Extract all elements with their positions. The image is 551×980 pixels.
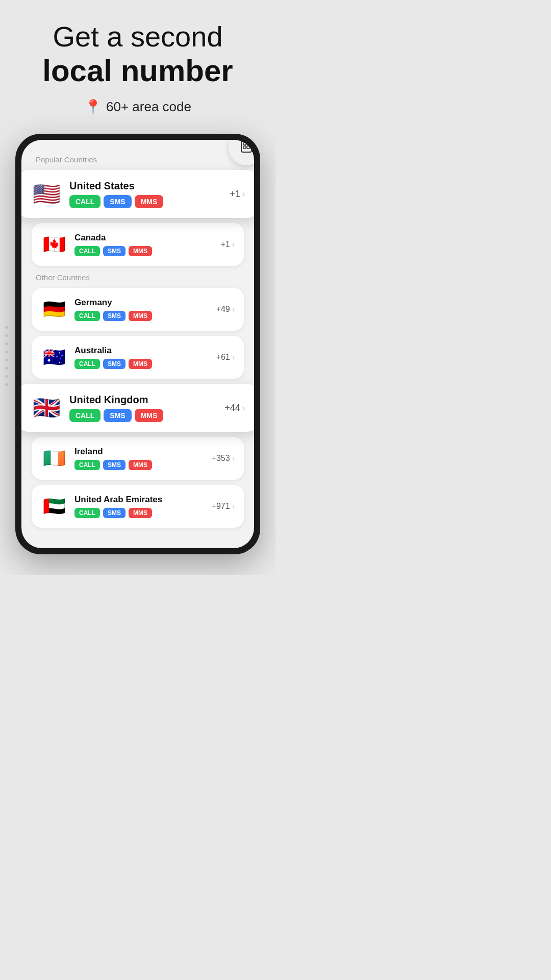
badges-ca: CALL SMS MMS — [74, 246, 213, 256]
phone-wrapper: Popular Countries 🇺🇸 United States CALL … — [15, 134, 260, 554]
flag-de: 🇩🇪 — [41, 296, 67, 323]
subtitle: 📍 60+ area code — [84, 99, 191, 115]
badge-sms-de: SMS — [103, 311, 126, 321]
badge-sms-gb: SMS — [104, 409, 131, 422]
badge-mms-ie: MMS — [129, 460, 152, 470]
country-code-au: +61 › — [216, 353, 235, 362]
badges-us: CALL SMS MMS — [69, 195, 222, 208]
chevron-de: › — [232, 305, 235, 314]
country-info-au: Australia CALL SMS MMS — [74, 346, 209, 369]
badge-mms-au: MMS — [129, 359, 152, 369]
badge-mms-us: MMS — [135, 195, 164, 208]
badge-sms-ie: SMS — [103, 460, 126, 470]
country-info-us: United States CALL SMS MMS — [69, 180, 222, 208]
country-name-au: Australia — [74, 346, 209, 356]
flag-ae: 🇦🇪 — [41, 493, 67, 520]
badge-call-ae: CALL — [74, 508, 100, 518]
country-card-ca[interactable]: 🇨🇦 Canada CALL SMS MMS +1 › — [32, 223, 244, 266]
headline: Get a second local number — [42, 20, 233, 88]
country-card-gb[interactable]: 🇬🇧 United Kingdom CALL SMS MMS +44 › — [21, 384, 254, 432]
sim-icon — [238, 140, 254, 158]
country-card-us[interactable]: 🇺🇸 United States CALL SMS MMS +1 › — [21, 170, 254, 218]
country-card-ie[interactable]: 🇮🇪 Ireland CALL SMS MMS +353 › — [32, 437, 244, 480]
badges-de: CALL SMS MMS — [74, 311, 209, 321]
badge-sms-ca: SMS — [103, 246, 126, 256]
flag-au: 🇦🇺 — [41, 344, 67, 371]
country-card-de[interactable]: 🇩🇪 Germany CALL SMS MMS +49 › — [32, 288, 244, 331]
country-code-de: +49 › — [216, 305, 235, 314]
svg-rect-1 — [243, 142, 246, 145]
badge-mms-ae: MMS — [129, 508, 152, 518]
country-name-ca: Canada — [74, 233, 213, 243]
country-name-us: United States — [69, 180, 222, 192]
phone-mockup: Popular Countries 🇺🇸 United States CALL … — [15, 134, 260, 554]
badge-call-au: CALL — [74, 359, 100, 369]
country-name-ae: United Arab Emirates — [74, 495, 205, 505]
chevron-ie: › — [232, 454, 235, 463]
country-card-ae[interactable]: 🇦🇪 United Arab Emirates CALL SMS MMS +97… — [32, 485, 244, 528]
flag-ie: 🇮🇪 — [41, 445, 67, 472]
chevron-gb: › — [242, 403, 245, 412]
badge-sms-au: SMS — [103, 359, 126, 369]
chevron-ae: › — [232, 502, 235, 511]
phone-screen: Popular Countries 🇺🇸 United States CALL … — [21, 140, 254, 548]
badge-call-de: CALL — [74, 311, 100, 321]
svg-rect-3 — [243, 146, 246, 149]
headline-line1: Get a second — [42, 20, 233, 53]
country-code-ae: +971 › — [212, 502, 235, 511]
flag-gb: 🇬🇧 — [31, 392, 62, 424]
badge-mms-ca: MMS — [129, 246, 152, 256]
subtitle-text: 60+ area code — [106, 99, 191, 115]
badge-sms-ae: SMS — [103, 508, 126, 518]
svg-rect-0 — [241, 140, 252, 152]
popular-section-label: Popular Countries — [32, 155, 244, 164]
badges-au: CALL SMS MMS — [74, 359, 209, 369]
country-info-ca: Canada CALL SMS MMS — [74, 233, 213, 256]
other-section-label: Other Countries — [32, 273, 244, 282]
country-code-ie: +353 › — [212, 454, 235, 463]
flag-ca: 🇨🇦 — [41, 231, 67, 258]
country-card-au[interactable]: 🇦🇺 Australia CALL SMS MMS +61 › — [32, 336, 244, 379]
badge-sms-us: SMS — [104, 195, 131, 208]
country-name-gb: United Kingdom — [69, 394, 217, 406]
badge-mms-de: MMS — [129, 311, 152, 321]
badges-ie: CALL SMS MMS — [74, 460, 205, 470]
country-code-ca: +1 › — [220, 240, 235, 249]
badge-call-ca: CALL — [74, 246, 100, 256]
pin-icon: 📍 — [84, 99, 102, 115]
chevron-ca: › — [232, 240, 235, 249]
chevron-au: › — [232, 353, 235, 362]
country-info-ie: Ireland CALL SMS MMS — [74, 447, 205, 470]
country-name-ie: Ireland — [74, 447, 205, 457]
country-info-gb: United Kingdom CALL SMS MMS — [69, 394, 217, 422]
svg-rect-2 — [247, 142, 249, 145]
chevron-us: › — [242, 189, 245, 199]
country-code-gb: +44 › — [224, 403, 245, 413]
badge-call-gb: CALL — [69, 409, 101, 422]
headline-line2: local number — [42, 53, 233, 88]
country-name-de: Germany — [74, 298, 209, 308]
flag-us: 🇺🇸 — [31, 178, 62, 210]
badge-mms-gb: MMS — [135, 409, 164, 422]
country-info-ae: United Arab Emirates CALL SMS MMS — [74, 495, 205, 518]
svg-rect-4 — [247, 146, 249, 149]
country-code-us: +1 › — [230, 189, 245, 200]
badge-call-us: CALL — [69, 195, 101, 208]
country-info-de: Germany CALL SMS MMS — [74, 298, 209, 321]
badge-call-ie: CALL — [74, 460, 100, 470]
badges-ae: CALL SMS MMS — [74, 508, 205, 518]
badges-gb: CALL SMS MMS — [69, 409, 217, 422]
